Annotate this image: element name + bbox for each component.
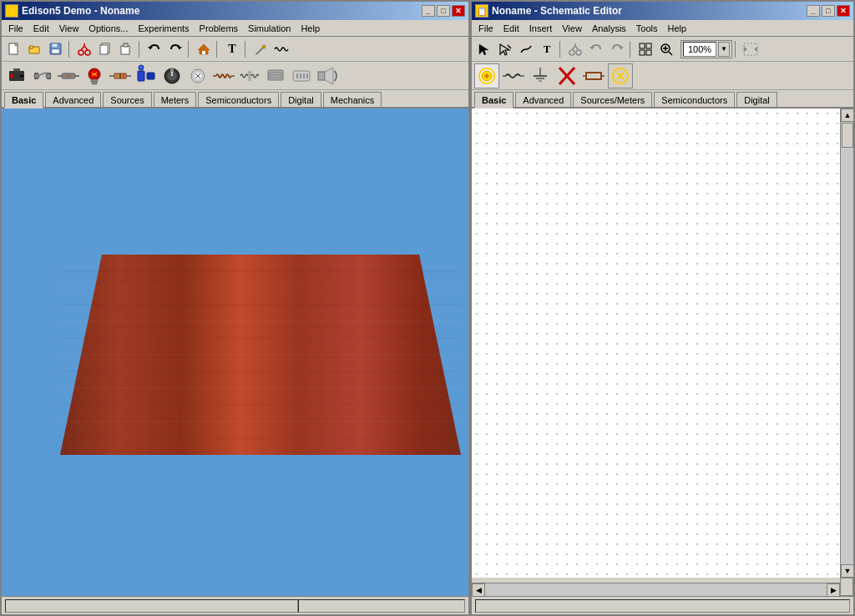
left-minimize-btn[interactable]: _ xyxy=(422,5,435,17)
tab-meters[interactable]: Meters xyxy=(154,92,197,107)
zoom-in-btn[interactable] xyxy=(656,39,676,59)
right-menu-analysis[interactable]: Analysis xyxy=(587,22,631,35)
undo-schematic-btn[interactable] xyxy=(586,39,606,59)
resistor-btn[interactable] xyxy=(108,63,133,88)
right-tab-advanced[interactable]: Advanced xyxy=(515,92,571,107)
svg-line-103 xyxy=(575,46,579,50)
right-menu-help[interactable]: Help xyxy=(663,22,692,35)
battery-btn[interactable] xyxy=(4,63,29,88)
scroll-left-btn[interactable]: ◀ xyxy=(472,583,485,596)
bulb-btn[interactable] xyxy=(82,63,107,88)
left-status-bar xyxy=(2,596,468,614)
open-btn[interactable] xyxy=(25,39,45,59)
cross-tool-btn[interactable] xyxy=(495,39,515,59)
undo-btn[interactable] xyxy=(144,39,164,59)
svg-rect-23 xyxy=(13,68,20,71)
right-minimize-btn[interactable]: _ xyxy=(807,5,820,17)
tab-semiconductors[interactable]: Semiconductors xyxy=(198,92,279,107)
scroll-track-h[interactable] xyxy=(485,583,827,596)
left-canvas[interactable] xyxy=(2,109,468,596)
menu-problems[interactable]: Problems xyxy=(195,22,243,35)
right-tab-digital[interactable]: Digital xyxy=(736,92,777,107)
left-close-btn[interactable]: ✕ xyxy=(452,5,465,17)
schematic-ground-btn[interactable] xyxy=(528,63,553,88)
right-restore-btn[interactable]: □ xyxy=(822,5,835,17)
potentiometer-btn[interactable] xyxy=(159,63,185,88)
scroll-up-btn[interactable]: ▲ xyxy=(841,109,853,122)
sep2 xyxy=(139,41,142,58)
menu-edit[interactable]: Edit xyxy=(28,22,54,35)
right-close-btn[interactable]: ✕ xyxy=(837,5,850,17)
right-menu-view[interactable]: View xyxy=(557,22,587,35)
menu-simulation[interactable]: Simulation xyxy=(243,22,296,35)
svg-line-10 xyxy=(84,46,88,50)
scroll-down-btn[interactable]: ▼ xyxy=(841,564,853,578)
right-tab-semiconductors[interactable]: Semiconductors xyxy=(654,92,735,107)
select-tool-btn[interactable] xyxy=(474,39,494,59)
right-menu-tools[interactable]: Tools xyxy=(631,22,663,35)
ground-btn[interactable] xyxy=(263,63,288,88)
text-tool-btn[interactable]: T xyxy=(537,39,557,59)
tab-mechanics[interactable]: Mechanics xyxy=(323,92,382,107)
copy-btn[interactable] xyxy=(95,39,115,59)
home-btn[interactable] xyxy=(194,39,214,59)
scrollbar-corner xyxy=(840,578,853,596)
right-tab-bar: Basic Advanced Sources/Meters Semiconduc… xyxy=(472,90,853,109)
right-menu-edit[interactable]: Edit xyxy=(498,22,524,35)
left-restore-btn[interactable]: □ xyxy=(437,5,450,17)
text-btn[interactable]: T xyxy=(222,39,242,59)
menu-options[interactable]: Options... xyxy=(83,22,133,35)
vertical-scrollbar[interactable]: ▲ ▼ xyxy=(840,109,853,578)
zoom-input[interactable] xyxy=(683,42,716,57)
schematic-canvas[interactable] xyxy=(472,109,840,578)
svg-point-8 xyxy=(85,50,90,55)
menu-experiments[interactable]: Experiments xyxy=(133,22,194,35)
schematic-resistor-btn[interactable] xyxy=(581,63,606,88)
switch-btn[interactable] xyxy=(30,63,55,88)
diode-btn[interactable] xyxy=(289,63,314,88)
svg-rect-37 xyxy=(91,79,98,82)
capacitor-btn[interactable] xyxy=(134,63,159,88)
paste-btn[interactable] xyxy=(116,39,136,59)
save-btn[interactable] xyxy=(46,39,66,59)
fit-btn[interactable] xyxy=(741,39,761,59)
svg-point-7 xyxy=(78,50,83,55)
tab-basic[interactable]: Basic xyxy=(4,92,43,109)
menu-file[interactable]: File xyxy=(3,22,28,35)
schematic-ac-btn[interactable] xyxy=(501,63,526,88)
transformer-btn[interactable] xyxy=(237,63,262,88)
scroll-right-btn[interactable]: ▶ xyxy=(827,583,840,596)
speaker-btn[interactable] xyxy=(315,63,340,88)
right-menu-insert[interactable]: Insert xyxy=(524,22,558,35)
zoom-box[interactable]: ▼ xyxy=(680,40,732,58)
scroll-track-v[interactable] xyxy=(841,122,853,564)
wave-btn[interactable] xyxy=(271,39,291,59)
right-tab-sources-meters[interactable]: Sources/Meters xyxy=(573,92,652,107)
schematic-bulb-btn[interactable] xyxy=(608,63,633,88)
tool-btn[interactable] xyxy=(250,39,271,59)
horizontal-scrollbar[interactable]: ◀ ▶ xyxy=(472,583,840,596)
led-btn[interactable] xyxy=(185,63,210,88)
zoom-dropdown[interactable]: ▼ xyxy=(718,42,730,57)
right-menu-file[interactable]: File xyxy=(473,22,498,35)
tab-sources[interactable]: Sources xyxy=(103,92,151,107)
cut-tool-btn[interactable] xyxy=(565,39,585,59)
svg-line-102 xyxy=(572,46,575,50)
schematic-source-btn[interactable] xyxy=(474,63,499,88)
tab-advanced[interactable]: Advanced xyxy=(45,92,101,107)
fuse-btn[interactable] xyxy=(56,63,81,88)
menu-help[interactable]: Help xyxy=(296,22,325,35)
inductor-btn[interactable] xyxy=(211,63,236,88)
redo-schematic-btn[interactable] xyxy=(607,39,627,59)
draw-wire-btn[interactable] xyxy=(516,39,536,59)
menu-view[interactable]: View xyxy=(54,22,84,35)
schematic-cross-btn[interactable] xyxy=(554,63,579,88)
right-canvas-wrapper: ▲ ▼ ◀ ▶ xyxy=(472,109,853,596)
scroll-thumb-v[interactable] xyxy=(842,123,853,148)
new-btn[interactable] xyxy=(4,39,24,59)
redo-btn[interactable] xyxy=(165,39,185,59)
cut-btn[interactable] xyxy=(74,39,94,59)
tab-digital[interactable]: Digital xyxy=(281,92,321,107)
grid-toggle-btn[interactable] xyxy=(635,39,655,59)
right-tab-basic[interactable]: Basic xyxy=(474,92,514,109)
